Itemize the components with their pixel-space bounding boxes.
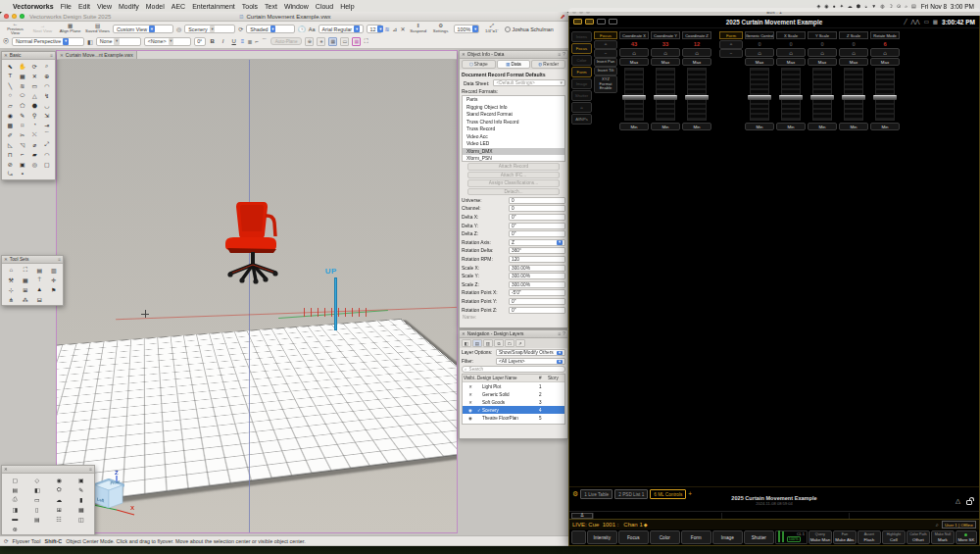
layer-row[interactable]: ◉ ✓Scenery 4: [463, 406, 564, 414]
virtual-fader[interactable]: [781, 68, 801, 121]
record-action-button[interactable]: Assign Classifications...: [467, 179, 560, 187]
field-input[interactable]: 360° ▼: [509, 247, 565, 254]
fader-knob[interactable]: [748, 95, 771, 100]
menubar-status-icon[interactable]: ⌕: [905, 3, 907, 10]
tool-icon[interactable]: ▦: [17, 71, 29, 80]
field-input[interactable]: 300.00% ▼: [509, 265, 565, 272]
class-select[interactable]: Scenery▼: [184, 25, 235, 33]
fader-knob[interactable]: [810, 95, 834, 100]
field-input[interactable]: 0" ▼: [509, 298, 565, 305]
basic-palette-header[interactable]: ✕ Basic ≡: [2, 52, 55, 60]
up-axis-marker[interactable]: [334, 277, 337, 330]
tool-icon[interactable]: ▮: [71, 494, 93, 504]
parameter-category-button[interactable]: ⌂: [571, 102, 592, 113]
menu-item[interactable]: Text: [265, 3, 277, 10]
max-button[interactable]: Max: [651, 58, 680, 66]
tool-icon[interactable]: ⇲: [41, 110, 54, 120]
tool-icon[interactable]: ◧: [26, 484, 49, 494]
record-action-button[interactable]: Attach Record: [467, 163, 560, 171]
user-status-badge[interactable]: User 1 | Offline: [942, 521, 976, 529]
min-button[interactable]: Min: [651, 123, 680, 130]
suspend-button[interactable]: ‖ Suspend: [409, 24, 428, 33]
dual-softkey[interactable]: Color Path Offset: [906, 530, 930, 544]
field-input[interactable]: -5'0" ▼: [509, 289, 565, 296]
menubar-status-icon[interactable]: ◈: [816, 3, 820, 10]
field-input[interactable]: 0" ▼: [509, 230, 565, 237]
menu-item[interactable]: File: [61, 3, 72, 10]
gear-icon[interactable]: ⚙: [572, 490, 578, 498]
tool-icon[interactable]: ✛: [47, 275, 62, 284]
home-button[interactable]: ⌂: [745, 48, 774, 57]
align-center-icon[interactable]: ≣: [247, 38, 252, 45]
menu-item[interactable]: Modify: [119, 3, 139, 10]
tool-icon[interactable]: ▪: [17, 169, 29, 178]
topbar-icon[interactable]: ⋀⋀: [911, 19, 920, 25]
menubar-status-icon[interactable]: ◍: [880, 3, 884, 10]
tool-icon[interactable]: ⤿: [4, 169, 17, 178]
layer-options-select[interactable]: Show/Snap/Modify Others▼: [496, 349, 565, 356]
share-icon[interactable]: ⬈: [561, 13, 565, 21]
field-input[interactable]: 120 ▼: [509, 256, 565, 263]
topbar-icon[interactable]: ▦: [933, 19, 938, 25]
tool-icon[interactable]: ▤: [26, 514, 49, 524]
object-info-tab[interactable]: ▦ Data: [497, 60, 531, 69]
layer-row[interactable]: ✕ Generic Solid 2: [463, 390, 564, 398]
font-size-select[interactable]: 12▼: [367, 25, 382, 33]
menu-item[interactable]: Edit: [78, 3, 90, 10]
tool-icon[interactable]: ▯: [26, 504, 49, 514]
object-info-header[interactable]: ✕ Object Info - Data ≡?: [460, 51, 567, 59]
tool-icon[interactable]: ▤: [32, 265, 47, 275]
tool-icon[interactable]: ⚑: [47, 284, 62, 294]
virtual-fader[interactable]: [812, 68, 832, 121]
min-button[interactable]: Min: [776, 123, 806, 130]
menu-item[interactable]: View: [97, 3, 112, 10]
virtual-fader[interactable]: [687, 68, 707, 121]
zoom-button[interactable]: [20, 14, 24, 19]
tool-icon[interactable]: ⬣: [28, 100, 41, 110]
parameter-softkey[interactable]: Color: [650, 530, 680, 544]
auto-plane-button[interactable]: Auto-Plane: [270, 37, 303, 45]
constrain-arc-icon[interactable]: ⌒: [262, 37, 268, 46]
fader-knob[interactable]: [622, 95, 646, 100]
focus-category-button[interactable]: –: [594, 49, 617, 58]
tool-icon[interactable]: ◫: [71, 514, 93, 524]
tool-icon[interactable]: ⌒: [41, 129, 54, 139]
distribute-icon[interactable]: ⊿: [393, 25, 398, 32]
min-button[interactable]: Min: [682, 123, 711, 130]
viewports-icon[interactable]: ⧉: [494, 339, 504, 347]
tool-icon[interactable]: ▢: [41, 159, 54, 169]
close-icon[interactable]: ✕: [60, 53, 64, 58]
virtual-fader[interactable]: [875, 68, 895, 121]
record-format-item[interactable]: Xform_PSN: [463, 155, 564, 162]
tool-icon[interactable]: ⤬: [28, 129, 41, 139]
menubar-status-icon[interactable]: ▼: [871, 3, 876, 10]
monitor-1-icon[interactable]: [573, 19, 582, 25]
parameter-category-button[interactable]: Intens: [571, 31, 592, 42]
menubar-status-icon[interactable]: ✦: [840, 3, 844, 10]
menu-item[interactable]: Cloud: [316, 3, 333, 10]
fader-knob[interactable]: [779, 95, 803, 100]
min-button[interactable]: Min: [745, 123, 774, 130]
field-input[interactable]: 0 ▼: [509, 197, 565, 204]
virtual-fader[interactable]: [844, 68, 863, 121]
channel-fader-display[interactable]: CL 1 100%: [775, 530, 808, 544]
tool-icon[interactable]: ▲: [32, 284, 47, 294]
form-category-button[interactable]: ⌂: [719, 40, 743, 49]
layer-row[interactable]: ✕ Soft Goods 3: [463, 398, 564, 406]
menubar-status-icon[interactable]: ◒: [864, 3, 867, 10]
tool-icon[interactable]: ◎: [28, 159, 41, 169]
tool-icon[interactable]: ⬠: [17, 100, 29, 110]
tool-icon[interactable]: ⊘: [4, 159, 17, 169]
close-icon[interactable]: ✕: [462, 52, 466, 57]
tool-icon[interactable]: ⊛: [4, 524, 26, 533]
menubar-status-icon[interactable]: ☽: [889, 3, 893, 10]
red-chair-object[interactable]: [221, 200, 290, 286]
max-button[interactable]: Max: [870, 58, 900, 66]
saved-views-icon[interactable]: 🗀: [505, 339, 514, 347]
next-view-button[interactable]: → Next View: [30, 24, 55, 33]
tool-icon[interactable]: ✕: [28, 71, 41, 80]
dual-softkey[interactable]: Make Null Mark: [931, 530, 955, 544]
field-input[interactable]: 0" ▼: [509, 223, 565, 229]
home-button[interactable]: ⌂: [682, 48, 711, 57]
tool-icon[interactable]: ✎: [17, 110, 29, 120]
